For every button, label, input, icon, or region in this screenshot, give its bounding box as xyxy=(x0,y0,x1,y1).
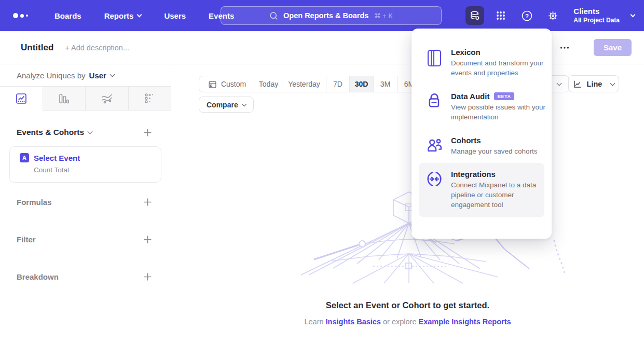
breakdown-section: Breakdown xyxy=(17,258,152,295)
grid-dots-icon xyxy=(495,9,507,22)
plus-icon xyxy=(143,272,152,281)
event-series-badge: A xyxy=(20,153,29,162)
add-filter-button[interactable] xyxy=(143,235,152,244)
learn-text: Learn xyxy=(304,318,323,326)
chevron-down-icon xyxy=(88,129,93,134)
compare-label: Compare xyxy=(207,101,238,109)
project-data-scope: All Project Data xyxy=(573,17,620,24)
menu-item-description: Manage your saved cohorts xyxy=(451,147,551,157)
menu-item-title: Cohorts xyxy=(451,136,551,145)
calendar-icon xyxy=(208,80,217,89)
apps-grid-button[interactable] xyxy=(491,6,510,25)
nav-boards-label: Boards xyxy=(54,11,81,20)
explore-text: or explore xyxy=(383,318,416,326)
example-reports-link[interactable]: Example Insights Reports xyxy=(418,318,511,326)
top-navbar: Boards Reports Users Events Open Reports… xyxy=(0,0,644,31)
menu-item-integrations[interactable]: Integrations Connect Mixpanel to a data … xyxy=(419,163,544,217)
global-search[interactable]: Open Reports & Boards ⌘ + K xyxy=(221,6,442,25)
event-row-card[interactable]: A Select Event Count Total xyxy=(9,146,161,183)
events-cohorts-dropdown[interactable]: Events & Cohorts xyxy=(17,128,92,137)
analyze-label: Analyze Uniques by xyxy=(17,71,86,80)
filter-label: Filter xyxy=(17,235,36,244)
more-options-button[interactable] xyxy=(559,42,570,53)
compare-dropdown[interactable]: Compare xyxy=(199,97,254,113)
date-range-custom[interactable]: Custom xyxy=(199,76,255,92)
database-gear-icon xyxy=(469,10,481,21)
empty-state-title: Select an Event or Cohort to get started… xyxy=(171,300,644,310)
data-management-button[interactable] xyxy=(465,6,484,25)
tab-bar-chart[interactable] xyxy=(43,87,86,111)
plus-icon xyxy=(143,128,152,137)
chart-type-dropdown[interactable]: Line xyxy=(568,75,619,92)
query-builder-sidebar: Analyze Uniques by User xyxy=(0,64,171,357)
add-breakdown-button[interactable] xyxy=(143,272,152,281)
chevron-down-icon xyxy=(109,72,115,77)
nav-boards[interactable]: Boards xyxy=(54,11,81,20)
data-management-menu: Lexicon Document and transform your even… xyxy=(412,29,552,239)
insights-basics-link[interactable]: Insights Basics xyxy=(326,318,381,326)
nav-users[interactable]: Users xyxy=(164,11,186,20)
nav-reports-label: Reports xyxy=(104,11,134,20)
save-button[interactable]: Save xyxy=(594,39,632,56)
date-range-label: 30D xyxy=(355,80,368,88)
empty-state-links: Learn Insights Basics or explore Example… xyxy=(171,318,644,326)
settings-button[interactable] xyxy=(543,6,562,25)
help-icon: ? xyxy=(521,10,533,22)
date-range-control: Custom Today Yesterday 7D 30D 3M 6M xyxy=(199,76,421,92)
header-divider xyxy=(582,42,582,53)
menu-item-cohorts[interactable]: Cohorts Manage your saved cohorts xyxy=(419,129,544,163)
breakdown-label: Breakdown xyxy=(17,272,59,281)
data-audit-icon xyxy=(426,92,443,122)
menu-item-data-audit[interactable]: Data Audit BETA View possible issues wit… xyxy=(419,85,544,129)
integrations-sync-icon xyxy=(426,170,443,210)
nav-users-label: Users xyxy=(164,11,186,20)
nav-reports[interactable]: Reports xyxy=(104,11,142,20)
bar-chart-tab-icon xyxy=(58,92,70,105)
date-range-3m[interactable]: 3M xyxy=(373,76,397,92)
chevron-down-icon xyxy=(137,12,142,17)
events-cohorts-label: Events & Cohorts xyxy=(17,128,84,137)
menu-item-description: Connect Mixpanel to a data pipeline or c… xyxy=(451,181,551,210)
formulas-section: Formulas xyxy=(17,184,152,220)
mixpanel-logo-icon[interactable] xyxy=(13,13,34,18)
date-range-30d[interactable]: 30D xyxy=(349,76,373,92)
analyze-unit-value: User xyxy=(89,71,106,80)
menu-item-description: View possible issues with your implement… xyxy=(451,103,551,122)
add-description-field[interactable]: + Add description... xyxy=(65,44,129,52)
report-canvas: Custom Today Yesterday 7D 30D 3M 6M Comp… xyxy=(171,64,644,357)
search-shortcut: ⌘ + K xyxy=(374,12,393,20)
events-cohorts-header: Events & Cohorts xyxy=(17,125,152,140)
project-switcher[interactable]: Clients All Project Data xyxy=(573,7,635,24)
analyze-unit-dropdown[interactable]: User xyxy=(89,71,114,80)
chart-type-value: Line xyxy=(587,80,602,88)
event-aggregation[interactable]: Count Total xyxy=(34,166,161,174)
line-chart-tab-icon xyxy=(15,92,28,105)
tab-metrics-grid[interactable] xyxy=(128,87,171,111)
add-formula-button[interactable] xyxy=(143,198,152,207)
date-range-label: Custom xyxy=(221,80,246,88)
menu-item-lexicon[interactable]: Lexicon Document and transform your even… xyxy=(419,41,544,85)
chevron-down-icon xyxy=(631,12,636,17)
select-event-button[interactable]: Select Event xyxy=(34,154,80,162)
add-event-button[interactable] xyxy=(143,128,152,137)
flow-tab-icon xyxy=(101,92,113,105)
chevron-down-icon xyxy=(557,81,562,86)
tab-flow-chart[interactable] xyxy=(85,87,128,111)
date-range-label: 3M xyxy=(380,80,390,88)
dots-matrix-tab-icon xyxy=(143,92,156,105)
date-range-today[interactable]: Today xyxy=(255,76,282,92)
menu-item-title: Lexicon xyxy=(451,48,551,57)
analyze-row: Analyze Uniques by User xyxy=(0,64,171,86)
menu-item-title: Integrations xyxy=(451,170,551,178)
filter-section: Filter xyxy=(17,221,152,257)
date-range-label: 7D xyxy=(333,80,342,88)
date-range-yesterday[interactable]: Yesterday xyxy=(282,76,326,92)
tab-insights-line[interactable] xyxy=(0,87,43,111)
plus-icon xyxy=(143,235,152,244)
date-range-7d[interactable]: 7D xyxy=(326,76,349,92)
help-button[interactable]: ? xyxy=(517,6,536,25)
report-title[interactable]: Untitled xyxy=(21,43,53,53)
plus-icon xyxy=(143,198,152,207)
search-icon xyxy=(269,11,278,20)
search-label: Open Reports & Boards xyxy=(283,11,368,20)
